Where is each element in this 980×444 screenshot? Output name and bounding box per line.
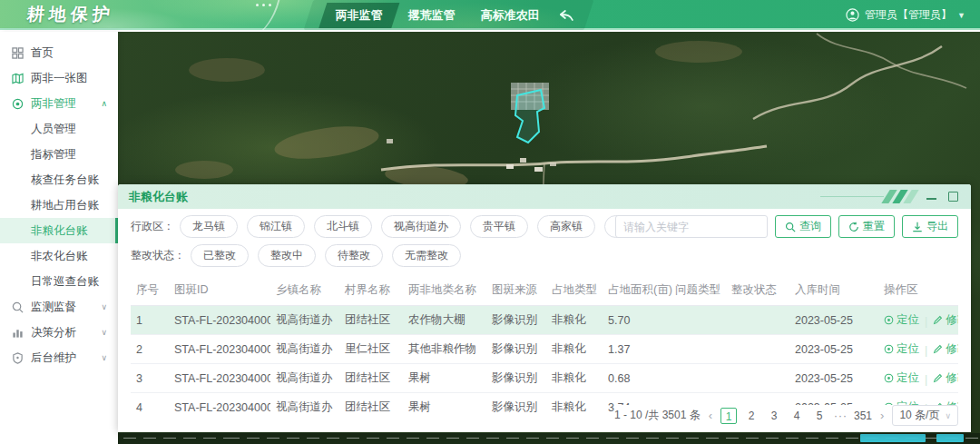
- pagination: 1 - 10 /共 3501 条 ‹ 1 2 3 4 5 ··· 351 › 1…: [614, 405, 958, 426]
- cell-town: 视高街道办: [270, 306, 339, 335]
- pagination-ellipsis[interactable]: ···: [834, 409, 848, 422]
- map-attribution-bar: [118, 433, 980, 444]
- ledger-table: 序号 图斑ID 乡镇名称 村界名称 两非地类名称 图斑来源 占地类型 占地面积(…: [131, 275, 958, 413]
- maximize-icon[interactable]: [948, 192, 958, 202]
- cell-problem: [670, 306, 726, 335]
- cell-landtype: 果树: [403, 364, 486, 393]
- locate-icon: [884, 373, 894, 383]
- col-header: 操作区: [878, 275, 958, 306]
- cell-id: STA-FL-20230400003: [169, 364, 270, 393]
- sidebar-item-label: 两非管理: [31, 96, 76, 112]
- download-icon: [912, 222, 923, 232]
- modify-link[interactable]: 修改: [933, 312, 958, 328]
- table-row[interactable]: 3 STA-FL-20230400003 视高街道办 团结社区 果树 影像识别 …: [131, 364, 958, 393]
- sidebar-item-monitoring[interactable]: 监测监督 ∨: [0, 294, 118, 320]
- sidebar-item-home[interactable]: 首页: [0, 40, 118, 65]
- cell-idx: 2: [131, 335, 169, 364]
- page-size-value: 10 条/页: [899, 408, 939, 423]
- cell-occupy: 非粮化: [546, 306, 603, 335]
- sidebar-item-backend-maintenance[interactable]: 后台维护 ∨: [0, 345, 118, 370]
- tab-high-standard-farmland[interactable]: 高标准农田: [468, 3, 553, 28]
- titlebar-line-decoration: [820, 196, 884, 197]
- map-label-chip: [860, 434, 926, 442]
- sidebar-item-indicators[interactable]: 指标管理: [0, 142, 118, 167]
- cell-id: STA-FL-20230400002: [169, 335, 270, 364]
- sidebar-item-verification-ledger[interactable]: 核查任务台账: [0, 167, 118, 192]
- sidebar-item-label: 两非一张图: [31, 71, 88, 86]
- col-header: 问题类型: [670, 275, 726, 306]
- locate-link[interactable]: 定位: [884, 312, 919, 328]
- sidebar-item-label: 指标管理: [31, 147, 76, 163]
- col-header: 整改状态: [726, 275, 789, 306]
- reset-button[interactable]: 重置: [838, 215, 895, 238]
- col-header: 乡镇名称: [270, 275, 339, 306]
- modify-link[interactable]: 修改: [933, 341, 958, 357]
- export-button-label: 导出: [926, 219, 948, 234]
- page-number[interactable]: 351: [854, 408, 872, 424]
- next-page-arrow[interactable]: ›: [878, 409, 886, 422]
- filter-section: 行政区： 龙马镇 锦江镇 北斗镇 视高街道办 贵平镇 高家镇 青龙街道 整改状态…: [118, 209, 971, 275]
- edit-icon: [933, 373, 943, 383]
- sidebar-item-non-grain-ledger[interactable]: 非粮化台账: [0, 218, 118, 243]
- sidebar-item-personnel[interactable]: 人员管理: [0, 116, 118, 142]
- sidebar-item-label: 非农化台账: [31, 249, 88, 264]
- table-row[interactable]: 2 STA-FL-20230400002 视高街道办 里仁社区 其他非粮作物 影…: [131, 335, 958, 364]
- sidebar-item-liangfei-management[interactable]: 两非管理 ∧: [0, 91, 118, 116]
- status-pill[interactable]: 无需整改: [392, 244, 461, 267]
- cell-occupy: 非粮化: [546, 393, 603, 414]
- page-number[interactable]: 5: [811, 408, 828, 424]
- header-dots-decoration: [256, 4, 271, 6]
- tab-abandoned-supervision[interactable]: 撂荒监管: [396, 3, 468, 28]
- prev-page-arrow[interactable]: ‹: [707, 409, 714, 422]
- pagination-summary: 1 - 10 /共 3501 条: [614, 408, 701, 423]
- user-menu[interactable]: 管理员【管理员】 ▼: [846, 0, 965, 30]
- locate-link[interactable]: 定位: [884, 341, 919, 357]
- region-pill[interactable]: 贵平镇: [470, 215, 528, 238]
- status-pill[interactable]: 整改中: [258, 244, 316, 267]
- locate-link[interactable]: 定位: [884, 370, 919, 386]
- cell-area: 5.70: [603, 306, 670, 335]
- search-input[interactable]: [615, 215, 768, 238]
- modify-link[interactable]: 修改: [933, 370, 958, 386]
- cell-occupy: 非粮化: [546, 335, 603, 364]
- page-number[interactable]: 3: [766, 408, 782, 424]
- cell-occupy: 非粮化: [546, 364, 603, 393]
- region-pill[interactable]: 锦江镇: [247, 215, 305, 238]
- target-icon: [12, 97, 24, 110]
- sidebar-item-decision-analysis[interactable]: 决策分析 ∨: [0, 320, 118, 345]
- minimize-icon[interactable]: [926, 192, 936, 200]
- region-pill[interactable]: 高家镇: [537, 215, 595, 238]
- cell-village: 团结社区: [339, 393, 403, 414]
- cell-village: 团结社区: [339, 306, 403, 335]
- page-number[interactable]: 1: [720, 408, 737, 424]
- region-pill[interactable]: 龙马镇: [180, 215, 238, 238]
- tab-liangfei-supervision[interactable]: 两非监管: [318, 3, 399, 28]
- map-label-chip: [936, 434, 964, 442]
- chevron-up-icon: ∧: [101, 99, 107, 108]
- sidebar: 首页 两非一张图 两非管理 ∧ 人员管理 指标管理 核查任务台账 耕地占用台账 …: [0, 32, 118, 444]
- page-number[interactable]: 2: [743, 408, 760, 424]
- edit-icon: [933, 344, 943, 354]
- shield-icon: [12, 351, 24, 364]
- back-arrow-icon[interactable]: [560, 10, 574, 21]
- export-button[interactable]: 导出: [902, 215, 958, 238]
- sidebar-item-liangfei-map[interactable]: 两非一张图: [0, 65, 118, 91]
- query-button[interactable]: 查询: [775, 215, 831, 238]
- region-pill[interactable]: 视高街道办: [381, 215, 461, 238]
- cell-idx: 3: [131, 364, 169, 393]
- sidebar-item-daily-patrol-ledger[interactable]: 日常巡查台账: [0, 269, 118, 294]
- table-row[interactable]: 1 STA-FL-20230400001 视高街道办 团结社区 农作物大棚 影像…: [131, 306, 958, 335]
- status-pill[interactable]: 已整改: [191, 244, 249, 267]
- sidebar-item-non-agri-ledger[interactable]: 非农化台账: [0, 243, 118, 269]
- user-avatar-icon: [846, 8, 859, 22]
- top-nav: 两非监管 撂荒监管 高标准农田: [304, 0, 594, 30]
- cell-id: STA-FL-20230400001: [169, 306, 270, 335]
- status-pill[interactable]: 待整改: [325, 244, 383, 267]
- sidebar-item-occupation-ledger[interactable]: 耕地占用台账: [0, 192, 118, 218]
- page-number[interactable]: 4: [789, 408, 805, 424]
- sidebar-item-label: 首页: [31, 45, 54, 61]
- region-pill[interactable]: 北斗镇: [314, 215, 372, 238]
- sidebar-item-label: 人员管理: [31, 122, 76, 137]
- col-header: 占地面积(亩): [603, 275, 670, 306]
- page-size-select[interactable]: 10 条/页 ∨: [892, 405, 958, 426]
